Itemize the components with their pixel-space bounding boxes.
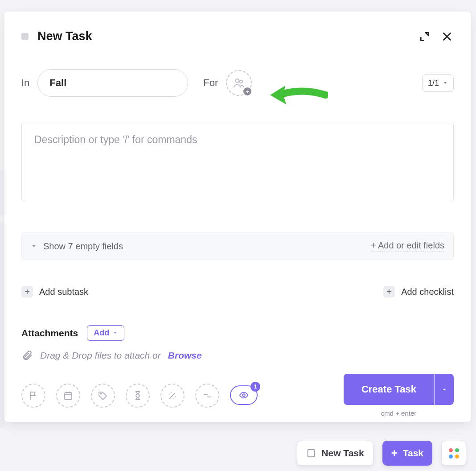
plus-icon: + [243, 87, 251, 95]
flag-icon [28, 390, 39, 401]
description-input[interactable]: Description or type '/' for commands [21, 122, 454, 201]
watchers-count: 1 [250, 382, 260, 392]
list-selector[interactable]: Fall [37, 69, 188, 97]
new-task-modal: New Task In Fall For + 1/1 Description o… [4, 12, 471, 422]
add-subtask-button[interactable]: + Add subtask [21, 286, 88, 297]
minimized-chip-label: New Task [321, 448, 364, 459]
plus-icon: + [21, 286, 33, 297]
task-icon [306, 448, 316, 458]
dependency-option[interactable] [195, 384, 219, 408]
chevron-up-icon [441, 386, 447, 392]
show-fields-label: Show 7 empty fields [43, 241, 123, 252]
svg-rect-2 [65, 392, 72, 400]
date-option[interactable] [56, 384, 80, 408]
tag-icon [98, 390, 108, 401]
tags-option[interactable] [91, 384, 115, 408]
dependency-icon [202, 390, 213, 401]
watchers-option[interactable]: 1 [230, 385, 258, 405]
add-edit-fields-link[interactable]: + Add or edit fields [371, 240, 444, 252]
priority-option[interactable] [21, 384, 45, 408]
hourglass-icon [132, 390, 143, 401]
list-name: Fall [49, 77, 66, 89]
eye-icon [237, 390, 250, 400]
task-button-label: Task [403, 448, 423, 459]
task-status-indicator[interactable] [21, 33, 29, 40]
paperclip-icon [21, 350, 33, 361]
svg-point-0 [236, 79, 239, 83]
add-checklist-button[interactable]: + Add checklist [383, 286, 454, 297]
apps-icon [449, 448, 459, 459]
expand-icon[interactable] [418, 30, 431, 43]
apps-floating-button[interactable] [441, 441, 466, 466]
create-task-dropdown[interactable] [434, 374, 454, 405]
plus-icon: + [391, 447, 398, 459]
in-label: In [21, 77, 29, 89]
chevron-down-icon [443, 80, 448, 86]
plus-icon: + [383, 286, 395, 297]
for-label: For [203, 77, 218, 89]
add-attachment-label: Add [94, 328, 109, 338]
task-count-selector[interactable]: 1/1 [422, 74, 454, 92]
create-task-button[interactable]: Create Task [344, 374, 434, 405]
svg-point-4 [242, 394, 245, 397]
new-task-floating-button[interactable]: + Task [382, 441, 432, 466]
close-icon[interactable] [440, 30, 454, 43]
svg-point-3 [100, 393, 101, 394]
task-count: 1/1 [428, 78, 439, 88]
assignee-picker[interactable]: + [226, 70, 252, 96]
wand-icon [167, 390, 178, 401]
keyboard-hint: cmd + enter [344, 409, 454, 417]
attachment-dropzone[interactable]: Drag & Drop files to attach or Browse [21, 350, 454, 361]
attachments-title: Attachments [21, 328, 78, 339]
chevron-down-icon [31, 243, 37, 249]
svg-rect-5 [308, 450, 315, 457]
estimate-option[interactable] [126, 384, 150, 408]
add-attachment-button[interactable]: Add [87, 325, 124, 341]
sprint-option[interactable] [160, 384, 185, 408]
browse-link[interactable]: Browse [168, 350, 202, 361]
modal-title[interactable]: New Task [37, 29, 409, 43]
svg-point-1 [240, 80, 243, 83]
add-checklist-label: Add checklist [401, 287, 454, 297]
description-placeholder: Description or type '/' for commands [34, 134, 197, 145]
custom-fields-toggle[interactable]: Show 7 empty fields + Add or edit fields [21, 232, 454, 260]
dropzone-hint: Drag & Drop files to attach or [40, 350, 161, 361]
minimized-new-task-chip[interactable]: New Task [297, 441, 373, 466]
calendar-icon [63, 390, 74, 401]
chevron-down-icon [113, 331, 118, 335]
add-subtask-label: Add subtask [39, 287, 88, 297]
